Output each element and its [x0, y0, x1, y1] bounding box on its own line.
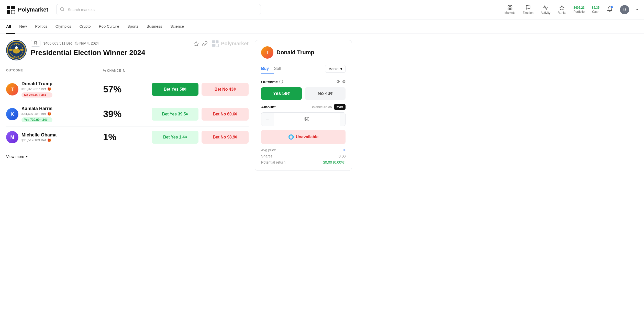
- portfolio-value: $405.23: [573, 6, 584, 9]
- search-input[interactable]: [56, 4, 261, 15]
- nav-activity-label: Activity: [541, 11, 550, 15]
- trophy-icon: [34, 41, 38, 45]
- trump-gift-icon[interactable]: 🎁: [47, 87, 51, 91]
- table-row: T Donald Trump $51,028,327 Bet 🎁 No 260.…: [6, 77, 249, 102]
- harris-bet-no-button[interactable]: Bet No 60.6¢: [202, 108, 249, 121]
- avg-price-value: 0¢: [341, 148, 346, 152]
- nav-election[interactable]: Election: [523, 5, 534, 15]
- trump-bet-no-button[interactable]: Bet No 43¢: [202, 83, 249, 96]
- obama-bet-no-button[interactable]: Bet No 98.9¢: [202, 131, 249, 144]
- favorite-button[interactable]: [193, 41, 199, 48]
- obama-gift-icon[interactable]: 🎁: [47, 138, 51, 142]
- star-icon: [193, 41, 199, 47]
- logo[interactable]: Polymarket: [6, 5, 52, 14]
- right-panel-candidate-avatar: T: [261, 46, 273, 59]
- market-info: $406,003,511 Bet Nov 4, 2024 Presidentia…: [31, 40, 189, 57]
- obama-avatar: M: [6, 131, 18, 143]
- svg-rect-20: [212, 40, 215, 43]
- outcomes-table: OUTCOME % CHANCE ↻ T Donald Trump $51,02…: [6, 67, 249, 161]
- subnav-item-new[interactable]: New: [15, 19, 31, 34]
- svg-rect-0: [7, 6, 10, 9]
- nav-ranks[interactable]: Ranks: [558, 5, 566, 15]
- amount-minus-button[interactable]: −: [261, 113, 274, 126]
- outcome-no-button[interactable]: No 43¢: [305, 87, 346, 100]
- presidential-seal: ★★★ UNITED STATES OF AMERICA: [6, 40, 27, 60]
- market-bet-amount: $406,003,511 Bet: [43, 41, 72, 45]
- subnav-item-all[interactable]: All: [6, 19, 15, 34]
- trump-outcome-tag: No 260.00 • 36¢: [21, 92, 52, 98]
- nav-election-label: Election: [523, 11, 534, 15]
- potential-return-label: Potential return: [261, 160, 285, 164]
- right-panel-header: T Donald Trump: [261, 46, 346, 59]
- header: Polymarket Markets Election Activity Ran…: [0, 0, 644, 19]
- svg-rect-3: [11, 10, 15, 14]
- obama-bet: $31,519,103 Bet 🎁: [21, 138, 57, 142]
- shares-value: 0.00: [339, 154, 346, 158]
- tab-sell[interactable]: Sell: [274, 64, 286, 74]
- share-button[interactable]: [202, 41, 208, 48]
- nav-markets[interactable]: Markets: [505, 5, 516, 15]
- subnav-item-pop-culture[interactable]: Pop Culture: [95, 19, 123, 34]
- harris-candidate: K Kamala Harris $34,607,481 Bet 🎁 Yes 73…: [6, 106, 103, 122]
- subnav-item-business[interactable]: Business: [142, 19, 166, 34]
- amount-plus-button[interactable]: +: [340, 113, 346, 126]
- subnav: All New Politics Olympics Crypto Pop Cul…: [0, 19, 644, 34]
- trump-avatar: T: [6, 83, 18, 95]
- nav-activity[interactable]: Activity: [541, 5, 550, 15]
- trump-name: Donald Trump: [21, 81, 52, 87]
- potential-return-value: $0.00 (0.00%): [323, 160, 346, 164]
- market-select-chevron: ▾: [340, 67, 342, 71]
- chevron-down-icon: ▾: [26, 154, 28, 159]
- obama-candidate: M Michelle Obama $31,519,103 Bet 🎁: [6, 131, 103, 143]
- trump-chance: 57%: [103, 84, 152, 95]
- cash-value: $6.35: [592, 6, 599, 9]
- avatar[interactable]: U: [620, 5, 629, 14]
- obama-bet-yes-button[interactable]: Bet Yes 1.4¢: [152, 131, 199, 144]
- harris-bet-yes-button[interactable]: Bet Yes 39.5¢: [152, 108, 199, 121]
- trump-bet: $51,028,327 Bet 🎁: [21, 87, 52, 91]
- ranks-icon: [559, 5, 565, 10]
- outcome-yes-button[interactable]: Yes 58¢: [261, 87, 302, 100]
- subnav-item-sports[interactable]: Sports: [123, 19, 142, 34]
- outcome-info-icon[interactable]: ⓘ: [279, 80, 283, 84]
- subnav-item-olympics[interactable]: Olympics: [51, 19, 75, 34]
- settings-icon[interactable]: ⚙: [342, 79, 346, 84]
- view-more-button[interactable]: View more ▾: [6, 152, 249, 161]
- subnav-item-science[interactable]: Science: [166, 19, 188, 34]
- trump-bet-yes-button[interactable]: Bet Yes 58¢: [152, 83, 199, 96]
- svg-rect-2: [7, 10, 10, 14]
- chevron-down-icon[interactable]: ▾: [636, 8, 638, 12]
- harris-actions: Bet Yes 39.5¢ Bet No 60.6¢: [152, 108, 249, 121]
- subnav-item-crypto[interactable]: Crypto: [75, 19, 95, 34]
- obama-actions: Bet Yes 1.4¢ Bet No 98.9¢: [152, 131, 249, 144]
- left-panel: ★★★ UNITED STATES OF AMERICA $406,003,51…: [6, 40, 249, 171]
- link-icon: [202, 41, 208, 47]
- amount-section: Amount Balance $6.35 Max − +: [261, 104, 346, 126]
- harris-info: Kamala Harris $34,607,481 Bet 🎁 Yes 730.…: [21, 106, 52, 122]
- max-button[interactable]: Max: [334, 104, 346, 110]
- svg-rect-22: [212, 44, 215, 47]
- sync-icon[interactable]: ⟳: [337, 79, 340, 84]
- obama-name: Michelle Obama: [21, 132, 57, 138]
- harris-gift-icon[interactable]: 🎁: [47, 112, 51, 116]
- outcome-section: Outcome ⓘ ⟳ ⚙ Yes 58¢ No 43¢: [261, 79, 346, 100]
- shares-label: Shares: [261, 154, 272, 158]
- right-panel-candidate-name: Donald Trump: [276, 49, 314, 56]
- refresh-icon[interactable]: ↻: [123, 69, 126, 73]
- cash-value-display: $6.35 Cash: [592, 6, 599, 14]
- notification-bell[interactable]: [607, 6, 613, 13]
- unavailable-button: 🌐 Unavailable: [261, 130, 346, 144]
- activity-icon: [543, 5, 548, 10]
- harris-avatar: K: [6, 108, 18, 120]
- svg-line-5: [63, 10, 64, 11]
- main-content: ★★★ UNITED STATES OF AMERICA $406,003,51…: [0, 34, 358, 177]
- svg-marker-19: [194, 41, 198, 46]
- svg-rect-7: [510, 5, 512, 7]
- tab-buy[interactable]: Buy: [261, 64, 274, 74]
- amount-input[interactable]: [274, 113, 340, 125]
- search-icon: [60, 7, 64, 13]
- subnav-item-politics[interactable]: Politics: [31, 19, 51, 34]
- logo-text: Polymarket: [18, 6, 48, 13]
- market-select[interactable]: Market ▾: [325, 65, 346, 73]
- obama-chance: 1%: [103, 132, 152, 143]
